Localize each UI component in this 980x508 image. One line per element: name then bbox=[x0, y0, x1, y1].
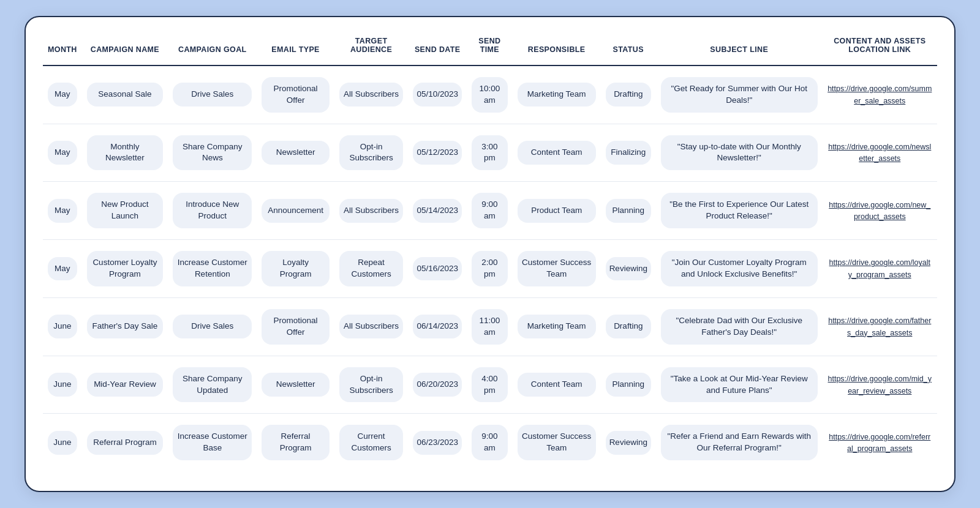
email-type-cell: Promotional Offer bbox=[257, 65, 334, 124]
campaign-name-cell: Referral Program bbox=[82, 414, 168, 471]
campaign-goal-pill: Increase Customer Base bbox=[173, 425, 252, 460]
month-cell: June bbox=[43, 297, 82, 356]
month-cell: June bbox=[43, 356, 82, 414]
content-link-cell[interactable]: https://drive.google.com/summer_sale_ass… bbox=[823, 65, 937, 124]
content-link[interactable]: https://drive.google.com/new_product_ass… bbox=[829, 201, 930, 222]
target-audience-cell: All Subscribers bbox=[334, 182, 409, 240]
campaign-goal-cell: Increase Customer Base bbox=[168, 414, 257, 471]
campaign-goal-cell: Drive Sales bbox=[168, 65, 257, 124]
send-time-pill: 4:00 pm bbox=[472, 367, 508, 403]
column-header: CAMPAIGN NAME bbox=[82, 37, 168, 65]
status-pill: Planning bbox=[606, 199, 651, 223]
email-type-cell: Promotional Offer bbox=[257, 297, 334, 356]
content-link[interactable]: https://drive.google.com/newsletter_asse… bbox=[828, 143, 931, 163]
content-link-cell[interactable]: https://drive.google.com/referral_progra… bbox=[823, 414, 937, 471]
content-link[interactable]: https://drive.google.com/referral_progra… bbox=[829, 433, 930, 454]
target-audience-cell: All Subscribers bbox=[334, 297, 409, 356]
email-type-cell: Referral Program bbox=[257, 414, 334, 471]
send-date-cell: 06/14/2023 bbox=[408, 297, 467, 356]
campaign-name-pill: Mid-Year Review bbox=[87, 373, 163, 397]
status-cell: Drafting bbox=[601, 65, 656, 124]
subject-line-pill: "Celebrate Dad with Our Exclusive Father… bbox=[661, 309, 818, 345]
campaign-name-cell: New Product Launch bbox=[82, 182, 168, 240]
campaign-name-pill: Father's Day Sale bbox=[87, 315, 163, 338]
target-audience-cell: Current Customers bbox=[334, 414, 409, 471]
responsible-cell: Customer Success Team bbox=[513, 240, 601, 298]
status-pill: Drafting bbox=[606, 315, 651, 338]
responsible-pill: Content Team bbox=[518, 141, 596, 165]
column-header: EMAIL TYPE bbox=[257, 37, 334, 65]
month-pill: May bbox=[48, 141, 77, 165]
content-link[interactable]: https://drive.google.com/loyalty_program… bbox=[829, 258, 930, 279]
responsible-pill: Product Team bbox=[518, 199, 596, 223]
campaign-name-pill: Referral Program bbox=[87, 431, 163, 455]
month-pill: May bbox=[48, 83, 77, 106]
send-date-pill: 06/23/2023 bbox=[413, 431, 462, 455]
content-link[interactable]: https://drive.google.com/summer_sale_ass… bbox=[827, 84, 932, 105]
column-header: MONTH bbox=[43, 37, 82, 65]
campaign-goal-cell: Share Company Updated bbox=[168, 356, 257, 414]
main-card: MONTHCAMPAIGN NAMECAMPAIGN GOALEMAIL TYP… bbox=[24, 16, 956, 492]
target-audience-pill: All Subscribers bbox=[339, 315, 404, 338]
responsible-pill: Customer Success Team bbox=[518, 425, 596, 460]
send-time-cell: 10:00 am bbox=[467, 65, 513, 124]
email-type-cell: Newsletter bbox=[257, 124, 334, 182]
column-header: CONTENT AND ASSETS LOCATION LINK bbox=[823, 37, 937, 65]
subject-line-pill: "Join Our Customer Loyalty Program and U… bbox=[661, 251, 818, 286]
send-date-pill: 06/20/2023 bbox=[413, 373, 462, 397]
email-type-pill: Promotional Offer bbox=[262, 309, 329, 345]
month-pill: June bbox=[48, 431, 77, 455]
campaign-goal-cell: Share Company News bbox=[168, 124, 257, 182]
campaign-name-pill: Customer Loyalty Program bbox=[87, 251, 163, 286]
subject-line-cell: "Stay up-to-date with Our Monthly Newsle… bbox=[656, 124, 823, 182]
content-link[interactable]: https://drive.google.com/fathers_day_sal… bbox=[828, 316, 931, 337]
content-link[interactable]: https://drive.google.com/mid_year_review… bbox=[828, 375, 932, 395]
month-cell: May bbox=[43, 240, 82, 298]
send-date-cell: 05/10/2023 bbox=[408, 65, 467, 124]
campaign-name-pill: New Product Launch bbox=[87, 193, 163, 228]
responsible-cell: Product Team bbox=[513, 182, 601, 240]
email-type-pill: Newsletter bbox=[262, 373, 329, 397]
status-cell: Reviewing bbox=[601, 240, 656, 298]
month-pill: May bbox=[48, 199, 77, 223]
subject-line-cell: "Take a Look at Our Mid-Year Review and … bbox=[656, 356, 823, 414]
subject-line-cell: "Be the First to Experience Our Latest P… bbox=[656, 182, 823, 240]
responsible-cell: Marketing Team bbox=[513, 297, 601, 356]
send-date-pill: 05/12/2023 bbox=[413, 141, 462, 165]
send-time-cell: 4:00 pm bbox=[467, 356, 513, 414]
campaign-goal-pill: Introduce New Product bbox=[173, 193, 252, 228]
campaign-goal-pill: Drive Sales bbox=[173, 315, 252, 338]
table-row: JuneMid-Year ReviewShare Company Updated… bbox=[43, 356, 937, 414]
send-date-cell: 05/14/2023 bbox=[408, 182, 467, 240]
send-date-cell: 06/23/2023 bbox=[408, 414, 467, 471]
campaign-goal-cell: Drive Sales bbox=[168, 297, 257, 356]
send-date-pill: 05/10/2023 bbox=[413, 83, 462, 106]
target-audience-pill: Opt-in Subscribers bbox=[339, 135, 404, 171]
content-link-cell[interactable]: https://drive.google.com/loyalty_program… bbox=[823, 240, 937, 298]
month-cell: May bbox=[43, 182, 82, 240]
content-link-cell[interactable]: https://drive.google.com/mid_year_review… bbox=[823, 356, 937, 414]
target-audience-pill: Current Customers bbox=[339, 425, 404, 460]
responsible-cell: Customer Success Team bbox=[513, 414, 601, 471]
target-audience-pill: Repeat Customers bbox=[339, 251, 404, 286]
campaign-goal-pill: Share Company Updated bbox=[173, 367, 252, 403]
send-date-pill: 06/14/2023 bbox=[413, 315, 462, 338]
campaign-goal-cell: Introduce New Product bbox=[168, 182, 257, 240]
send-time-pill: 9:00 am bbox=[472, 193, 508, 228]
campaign-name-cell: Mid-Year Review bbox=[82, 356, 168, 414]
status-cell: Planning bbox=[601, 356, 656, 414]
email-type-pill: Loyalty Program bbox=[262, 251, 329, 286]
send-time-pill: 11:00 am bbox=[472, 309, 508, 345]
table-row: MayMonthly NewsletterShare Company NewsN… bbox=[43, 124, 937, 182]
campaign-goal-pill: Increase Customer Retention bbox=[173, 251, 252, 286]
send-time-cell: 3:00 pm bbox=[467, 124, 513, 182]
month-pill: May bbox=[48, 257, 77, 281]
campaign-name-cell: Customer Loyalty Program bbox=[82, 240, 168, 298]
send-time-pill: 2:00 pm bbox=[472, 251, 508, 286]
subject-line-pill: "Refer a Friend and Earn Rewards with Ou… bbox=[661, 425, 818, 460]
content-link-cell[interactable]: https://drive.google.com/fathers_day_sal… bbox=[823, 297, 937, 356]
send-date-pill: 05/16/2023 bbox=[413, 257, 462, 281]
send-time-pill: 3:00 pm bbox=[472, 135, 508, 171]
content-link-cell[interactable]: https://drive.google.com/newsletter_asse… bbox=[823, 124, 937, 182]
content-link-cell[interactable]: https://drive.google.com/new_product_ass… bbox=[823, 182, 937, 240]
